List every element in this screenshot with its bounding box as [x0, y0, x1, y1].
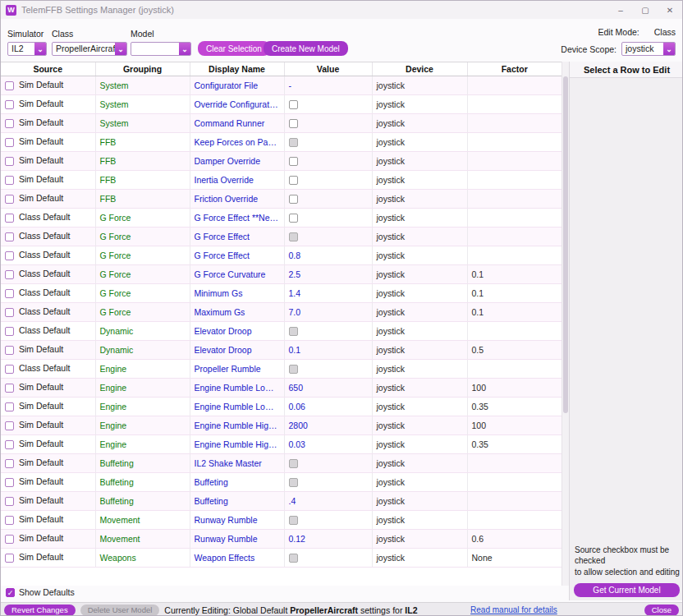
value-checkbox: [289, 554, 298, 563]
row-source-checkbox[interactable]: [5, 497, 14, 506]
table-row[interactable]: Sim DefaultMovementRunway Rumblejoystick: [1, 510, 562, 529]
simulator-dropdown[interactable]: IL2 ⌄: [7, 42, 47, 56]
header-value[interactable]: Value: [284, 62, 372, 76]
row-source-checkbox[interactable]: [5, 100, 14, 109]
row-source-checkbox[interactable]: [5, 346, 14, 355]
value-checkbox[interactable]: [289, 157, 298, 166]
value-text: 0.8: [289, 251, 301, 260]
table-row[interactable]: Sim DefaultSystemOverride Configurator S…: [1, 94, 562, 113]
device-cell: joystick: [372, 264, 467, 283]
table-row[interactable]: Class DefaultG ForceMinimum Gs1.4joystic…: [1, 283, 562, 302]
model-dropdown[interactable]: ⌄: [131, 42, 191, 56]
table-row[interactable]: Sim DefaultFFBDamper Overridejoystick: [1, 151, 562, 170]
revert-changes-button[interactable]: Revert Changes: [4, 605, 76, 616]
table-row[interactable]: Class DefaultG ForceG Force Curvature2.5…: [1, 264, 562, 283]
header-source[interactable]: Source: [1, 62, 95, 76]
row-source-checkbox[interactable]: [5, 421, 14, 430]
table-row[interactable]: Sim DefaultFFBFriction Overridejoystick: [1, 189, 562, 208]
row-source-checkbox[interactable]: [5, 138, 14, 147]
row-source-checkbox[interactable]: [5, 478, 14, 487]
row-source-checkbox[interactable]: [5, 251, 14, 260]
source-label: Sim Default: [19, 439, 63, 448]
device-cell: joystick: [372, 227, 467, 246]
row-source-checkbox[interactable]: [5, 440, 14, 449]
table-row[interactable]: Sim DefaultWeaponsWeapon Effectsjoystick…: [1, 548, 562, 567]
vertical-scrollbar[interactable]: [562, 62, 569, 586]
row-source-checkbox[interactable]: [5, 554, 14, 563]
factor-cell: 0.35: [467, 434, 562, 453]
row-source-checkbox[interactable]: [5, 402, 14, 411]
table-row[interactable]: Class DefaultG ForceMaximum Gs7.0joystic…: [1, 302, 562, 321]
value-checkbox[interactable]: [289, 100, 298, 109]
row-source-checkbox[interactable]: [5, 384, 14, 393]
value-checkbox[interactable]: [289, 176, 298, 185]
get-current-model-button[interactable]: Get Current Model: [574, 583, 680, 597]
model-label: Model: [131, 29, 154, 39]
scrollbar-thumb[interactable]: [563, 76, 568, 413]
table-row[interactable]: Sim DefaultFFBKeep Forces on Pause/S...j…: [1, 132, 562, 151]
close-button[interactable]: Close: [644, 605, 679, 616]
table-row[interactable]: Sim DefaultEngineEngine Rumble Low RPM65…: [1, 378, 562, 397]
table-row[interactable]: Sim DefaultBuffetingIL2 Shake Masterjoys…: [1, 453, 562, 472]
table-row[interactable]: Sim DefaultSystemConfigurator File-joyst…: [1, 76, 562, 94]
header-display-name[interactable]: Display Name: [190, 62, 284, 76]
table-row[interactable]: Sim DefaultBuffetingBuffetingjoystick: [1, 472, 562, 491]
row-source-checkbox[interactable]: [5, 516, 14, 525]
row-source-checkbox[interactable]: [5, 308, 14, 317]
row-source-checkbox[interactable]: [5, 289, 14, 298]
value-checkbox[interactable]: [289, 119, 298, 128]
show-defaults-checkbox[interactable]: ✓: [6, 588, 15, 597]
row-source-checkbox[interactable]: [5, 119, 14, 128]
value-cell: [284, 321, 372, 340]
clear-selection-button[interactable]: Clear Selection: [198, 41, 270, 56]
row-source-checkbox[interactable]: [5, 270, 14, 279]
table-row[interactable]: Sim DefaultBuffetingBuffeting.4joystick: [1, 491, 562, 510]
table-row[interactable]: Sim DefaultFFBInertia Overridejoystick: [1, 170, 562, 189]
close-icon[interactable]: ✕: [658, 1, 682, 19]
factor-cell: 100: [467, 378, 562, 397]
table-row[interactable]: Sim DefaultDynamicElevator Droop0.1joyst…: [1, 340, 562, 359]
read-manual-link[interactable]: Read manual for details: [470, 605, 557, 614]
table-row[interactable]: Class DefaultG ForceG Force Effect **New…: [1, 208, 562, 227]
device-scope-dropdown[interactable]: joystick ⌄: [621, 42, 676, 56]
display-name-cell: Elevator Droop: [190, 321, 284, 340]
minimize-icon[interactable]: –: [608, 1, 633, 19]
grouping-cell: Buffeting: [95, 453, 190, 472]
source-cell: Class Default: [1, 302, 95, 321]
value-text: 2.5: [289, 269, 301, 279]
class-dropdown[interactable]: PropellerAircraft ⌄: [52, 42, 127, 56]
device-cell: joystick: [372, 283, 467, 302]
row-source-checkbox[interactable]: [5, 232, 14, 241]
value-text: 650: [289, 383, 304, 393]
table-row[interactable]: Sim DefaultEngineEngine Rumble High Int.…: [1, 434, 562, 453]
maximize-icon[interactable]: ▢: [633, 1, 658, 19]
source-label: Sim Default: [19, 136, 63, 146]
table-row[interactable]: Class DefaultG ForceG Force Effect0.8joy…: [1, 246, 562, 264]
row-source-checkbox[interactable]: [5, 459, 14, 468]
table-row[interactable]: Class DefaultEnginePropeller Rumblejoyst…: [1, 359, 562, 378]
table-row[interactable]: Class DefaultG ForceG Force Effectjoysti…: [1, 227, 562, 246]
create-new-model-button[interactable]: Create New Model: [264, 41, 348, 56]
header-grouping[interactable]: Grouping: [95, 62, 190, 76]
value-checkbox[interactable]: [289, 214, 298, 223]
table-row[interactable]: Sim DefaultEngineEngine Rumble High RP..…: [1, 416, 562, 434]
table-row[interactable]: Sim DefaultSystemCommand Runnerjoystick: [1, 113, 562, 132]
table-row[interactable]: Sim DefaultMovementRunway Rumble0.12joys…: [1, 529, 562, 548]
row-source-checkbox[interactable]: [5, 195, 14, 204]
row-source-checkbox[interactable]: [5, 327, 14, 336]
grouping-cell: G Force: [95, 208, 190, 227]
value-cell: 0.1: [284, 340, 372, 359]
header-factor[interactable]: Factor: [467, 62, 562, 76]
table-row[interactable]: Class DefaultDynamicElevator Droopjoysti…: [1, 321, 562, 340]
row-source-checkbox[interactable]: [5, 214, 14, 223]
value-checkbox[interactable]: [289, 195, 298, 204]
table-row[interactable]: Sim DefaultEngineEngine Rumble Low Int..…: [1, 397, 562, 416]
row-source-checkbox[interactable]: [5, 157, 14, 166]
simulator-value: IL2: [8, 43, 34, 55]
row-source-checkbox[interactable]: [5, 535, 14, 544]
row-source-checkbox[interactable]: [5, 365, 14, 374]
row-source-checkbox[interactable]: [5, 81, 14, 90]
header-device[interactable]: Device: [372, 62, 467, 76]
factor-cell: 0.5: [467, 340, 562, 359]
row-source-checkbox[interactable]: [5, 176, 14, 185]
